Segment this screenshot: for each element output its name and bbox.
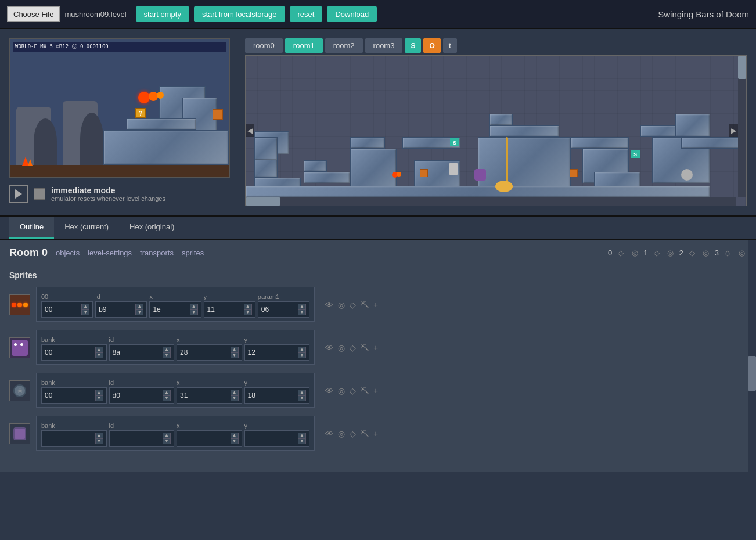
sprite2-delete-icon[interactable]: ⛏ bbox=[361, 343, 369, 352]
sprite3-x-down[interactable]: ▼ bbox=[231, 395, 239, 401]
col2-eye-icon[interactable]: ◎ bbox=[701, 249, 711, 257]
sprite2-move-icon[interactable]: ◇ bbox=[350, 343, 356, 352]
play-button[interactable] bbox=[9, 185, 28, 203]
sprite1-bank-field[interactable]: ▲ ▼ bbox=[41, 301, 93, 318]
sprite1-x-down[interactable]: ▼ bbox=[190, 309, 198, 315]
sprite3-eye-icon[interactable]: 👁 bbox=[325, 386, 333, 395]
nav-transports[interactable]: transports bbox=[140, 249, 174, 257]
sprite1-x-field[interactable]: ▲ ▼ bbox=[149, 301, 201, 318]
sprite4-id-down[interactable]: ▼ bbox=[163, 438, 171, 444]
sprite3-y-up[interactable]: ▲ bbox=[298, 390, 306, 395]
sprite1-y-down[interactable]: ▼ bbox=[244, 309, 252, 315]
sprite4-y-down[interactable]: ▼ bbox=[298, 438, 306, 444]
sprite3-y-down[interactable]: ▼ bbox=[298, 395, 306, 401]
sprite4-x-down[interactable]: ▼ bbox=[231, 438, 239, 444]
tab-special-s[interactable]: S bbox=[405, 38, 421, 53]
sprite2-eye-icon[interactable]: 👁 bbox=[325, 343, 333, 352]
sprite3-move-icon[interactable]: ◇ bbox=[350, 386, 356, 395]
sprite1-param1-input[interactable] bbox=[261, 305, 285, 314]
sprite2-id-down[interactable]: ▼ bbox=[163, 352, 171, 358]
sprite1-move-icon[interactable]: ◇ bbox=[350, 300, 356, 309]
tab-room2[interactable]: room2 bbox=[325, 38, 363, 53]
sprite1-bank-input[interactable] bbox=[45, 305, 68, 314]
col3-diamond-icon[interactable]: ◇ bbox=[722, 249, 733, 257]
sprite3-bank-input[interactable] bbox=[45, 391, 68, 399]
sprite2-x-input[interactable] bbox=[180, 348, 203, 357]
scroll-left-button[interactable]: ◀ bbox=[246, 124, 254, 137]
sprite1-bank-down[interactable]: ▼ bbox=[81, 309, 89, 315]
sprite4-id-field[interactable]: ▲ ▼ bbox=[109, 430, 175, 447]
sprite2-bank-input[interactable] bbox=[45, 348, 68, 357]
sprite4-x-up[interactable]: ▲ bbox=[231, 433, 239, 438]
sprite1-id-field[interactable]: ▲ ▼ bbox=[95, 301, 147, 318]
sprite4-eye-icon[interactable]: 👁 bbox=[325, 429, 333, 438]
sprite1-delete-icon[interactable]: ⛏ bbox=[361, 300, 369, 309]
choose-file-button[interactable]: Choose File bbox=[7, 6, 60, 22]
download-button[interactable]: Download bbox=[327, 6, 377, 22]
sprite2-y-input[interactable] bbox=[248, 348, 271, 357]
sprite2-id-field[interactable]: ▲ ▼ bbox=[109, 344, 175, 361]
sprite2-id-up[interactable]: ▲ bbox=[163, 347, 171, 352]
start-empty-button[interactable]: start empty bbox=[136, 6, 189, 22]
sprite2-bank-field[interactable]: ▲ ▼ bbox=[41, 344, 107, 361]
sprite3-delete-icon[interactable]: ⛏ bbox=[361, 386, 369, 395]
tab-room0[interactable]: room0 bbox=[245, 38, 283, 53]
sprite2-target-icon[interactable]: ◎ bbox=[338, 343, 345, 352]
sprite2-bank-up[interactable]: ▲ bbox=[95, 347, 103, 352]
sprite2-x-down[interactable]: ▼ bbox=[231, 352, 239, 358]
sprite3-add-icon[interactable]: + bbox=[373, 386, 378, 395]
sprite3-bank-field[interactable]: ▲ ▼ bbox=[41, 387, 107, 404]
col0-eye-icon[interactable]: ◎ bbox=[629, 249, 640, 257]
sprite1-y-field[interactable]: ▲ ▼ bbox=[204, 301, 255, 318]
sprite1-x-up[interactable]: ▲ bbox=[190, 304, 198, 309]
sprite1-id-input[interactable] bbox=[99, 305, 122, 314]
sprite2-add-icon[interactable]: + bbox=[373, 343, 378, 352]
sprite1-param1-field[interactable]: ▲ ▼ bbox=[258, 301, 309, 318]
nav-objects[interactable]: objects bbox=[56, 249, 80, 257]
sprite4-y-up[interactable]: ▲ bbox=[298, 433, 306, 438]
sprite4-add-icon[interactable]: + bbox=[373, 429, 378, 438]
sprite1-target-icon[interactable]: ◎ bbox=[338, 300, 345, 309]
sprite3-id-input[interactable] bbox=[113, 391, 136, 399]
outline-scrollbar[interactable] bbox=[748, 240, 756, 472]
sprite1-id-down[interactable]: ▼ bbox=[135, 309, 143, 315]
tab-room3[interactable]: room3 bbox=[365, 38, 403, 53]
stop-button[interactable] bbox=[34, 188, 45, 200]
sprite1-param1-up[interactable]: ▲ bbox=[298, 304, 306, 309]
tab-hex-current[interactable]: Hex (current) bbox=[54, 217, 119, 239]
sprite3-id-up[interactable]: ▲ bbox=[163, 390, 171, 395]
sprite1-bank-up[interactable]: ▲ bbox=[81, 304, 89, 309]
sprite4-x-field[interactable]: ▲ ▼ bbox=[177, 430, 242, 447]
sprite2-y-down[interactable]: ▼ bbox=[298, 352, 306, 358]
sprite1-eye-icon[interactable]: 👁 bbox=[325, 300, 333, 309]
sprite4-y-field[interactable]: ▲ ▼ bbox=[244, 430, 310, 447]
vertical-scrollbar[interactable] bbox=[738, 56, 746, 197]
sprite4-target-icon[interactable]: ◎ bbox=[338, 429, 345, 438]
tab-outline[interactable]: Outline bbox=[9, 217, 54, 239]
col2-diamond-icon[interactable]: ◇ bbox=[687, 249, 697, 257]
sprite3-id-down[interactable]: ▼ bbox=[163, 395, 171, 401]
sprite1-x-input[interactable] bbox=[153, 305, 176, 314]
sprite1-add-icon[interactable]: + bbox=[373, 300, 378, 309]
sprite2-y-field[interactable]: ▲ ▼ bbox=[244, 344, 310, 361]
sprite3-x-field[interactable]: ▲ ▼ bbox=[177, 387, 242, 404]
tab-special-t[interactable]: t bbox=[443, 38, 457, 53]
sprite2-x-up[interactable]: ▲ bbox=[231, 347, 239, 352]
sprite2-bank-down[interactable]: ▼ bbox=[95, 352, 103, 358]
sprite2-y-up[interactable]: ▲ bbox=[298, 347, 306, 352]
sprite3-y-field[interactable]: ▲ ▼ bbox=[244, 387, 310, 404]
sprite1-param1-down[interactable]: ▼ bbox=[298, 309, 306, 315]
sprite2-x-field[interactable]: ▲ ▼ bbox=[177, 344, 242, 361]
tab-special-o[interactable]: O bbox=[423, 38, 440, 53]
sprite4-id-input[interactable] bbox=[113, 434, 136, 442]
sprite4-bank-input[interactable] bbox=[45, 434, 68, 442]
sprite3-bank-down[interactable]: ▼ bbox=[95, 395, 103, 401]
sprite3-y-input[interactable] bbox=[248, 391, 271, 399]
sprite4-bank-field[interactable]: ▲ ▼ bbox=[41, 430, 107, 447]
sprite3-x-up[interactable]: ▲ bbox=[231, 390, 239, 395]
tab-hex-original[interactable]: Hex (original) bbox=[119, 217, 185, 239]
scroll-right-button[interactable]: ▶ bbox=[729, 124, 738, 137]
start-localstorage-button[interactable]: start from localstorage bbox=[194, 6, 285, 22]
col3-eye-icon[interactable]: ◎ bbox=[736, 249, 747, 257]
sprite4-id-up[interactable]: ▲ bbox=[163, 433, 171, 438]
